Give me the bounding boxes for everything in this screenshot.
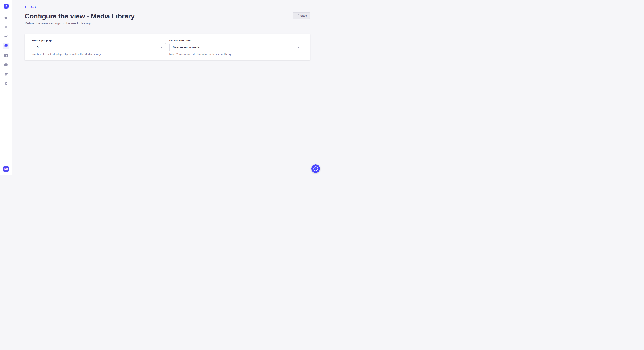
gear-icon [4, 81, 8, 85]
sidebar-item-content-type-builder[interactable] [2, 52, 9, 59]
settings-card: Entries per page 10 Number of assets dis… [25, 34, 310, 60]
paper-plane-icon [4, 35, 8, 39]
back-label: Back [30, 5, 36, 9]
app-root: KD Back Configure the view - Media Libra… [0, 0, 322, 175]
chevron-down-icon [298, 47, 300, 48]
sidebar-item-content-manager[interactable] [2, 24, 9, 31]
save-label: Save [300, 14, 307, 17]
default-sort-order-select[interactable]: Most recent uploads [169, 43, 304, 51]
chevron-down-icon [160, 47, 162, 48]
strapi-logo-icon [4, 3, 8, 8]
field-default-sort-order: Default sort order Most recent uploads N… [169, 39, 304, 60]
sidebar-item-marketplace[interactable] [2, 71, 9, 77]
sidebar-header [0, 0, 12, 12]
field-hint: Note: You can override this value in the… [169, 53, 304, 56]
entries-per-page-select[interactable]: 10 [32, 43, 166, 51]
check-icon [296, 14, 299, 17]
field-label: Entries per page [32, 39, 166, 42]
sidebar-item-cloud[interactable] [2, 61, 9, 68]
sidebar-item-releases[interactable] [2, 33, 9, 40]
select-value: 10 [35, 46, 38, 49]
avatar-initials: KD [4, 168, 8, 171]
layout-icon [4, 53, 8, 57]
sidebar-nav [0, 12, 12, 87]
avatar[interactable]: KD [2, 166, 9, 173]
sidebar-item-home[interactable] [2, 14, 9, 21]
page-subtitle: Define the view settings of the media li… [25, 21, 91, 25]
field-hint: Number of assets displayed by default in… [32, 53, 166, 56]
media-library-icon [4, 44, 8, 48]
back-arrow-icon [24, 6, 28, 9]
save-button[interactable]: Save [292, 12, 310, 19]
sidebar: KD [0, 0, 12, 175]
field-label: Default sort order [169, 39, 304, 42]
sidebar-item-media-library[interactable] [2, 42, 9, 49]
sidebar-item-settings[interactable] [2, 80, 9, 87]
question-mark-icon: ? [314, 167, 318, 171]
home-icon [4, 16, 8, 20]
app-logo[interactable] [4, 3, 8, 8]
feather-icon [4, 25, 8, 29]
help-button[interactable]: ? [311, 164, 320, 173]
cart-icon [4, 72, 8, 76]
page-title: Configure the view - Media Library [25, 12, 134, 20]
cloud-icon [4, 62, 8, 67]
field-entries-per-page: Entries per page 10 Number of assets dis… [32, 39, 166, 60]
select-value: Most recent uploads [173, 46, 200, 49]
back-link[interactable]: Back [24, 5, 36, 9]
